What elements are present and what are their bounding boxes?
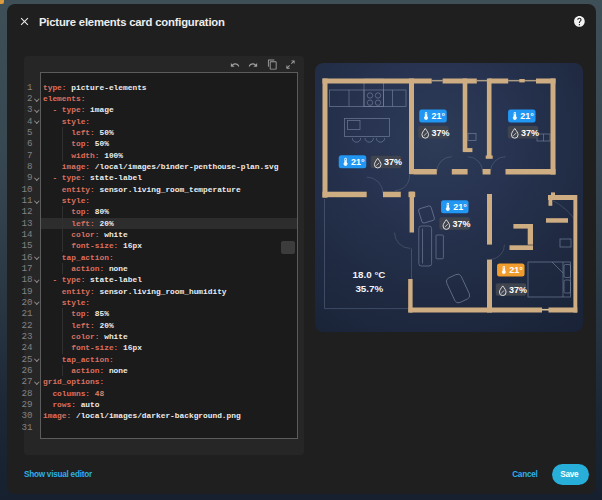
svg-text:21°: 21° bbox=[351, 157, 365, 167]
svg-text:35.7%: 35.7% bbox=[355, 283, 383, 294]
svg-text:37%: 37% bbox=[384, 157, 402, 167]
svg-text:21°: 21° bbox=[520, 111, 534, 121]
svg-text:37%: 37% bbox=[431, 128, 449, 138]
svg-text:21°: 21° bbox=[509, 265, 523, 275]
svg-text:21°: 21° bbox=[453, 202, 467, 212]
svg-text:37%: 37% bbox=[521, 128, 539, 138]
svg-text:21°: 21° bbox=[432, 111, 446, 121]
svg-text:37%: 37% bbox=[509, 285, 527, 295]
svg-text:37%: 37% bbox=[453, 219, 471, 229]
svg-text:18.0 °C: 18.0 °C bbox=[353, 269, 386, 280]
